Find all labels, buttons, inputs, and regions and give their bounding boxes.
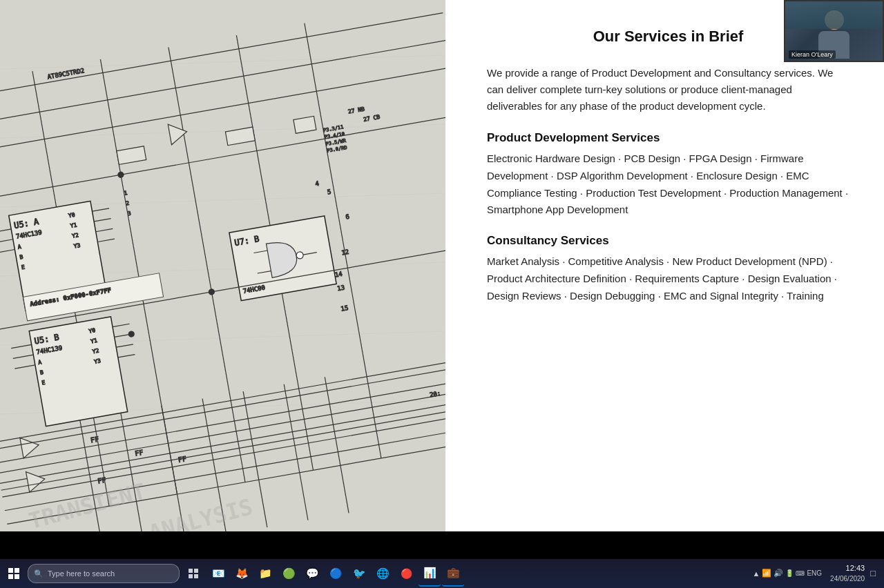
system-tray-icons: ▲ 📶 🔊 🔋 ⌨ ENG — [753, 569, 823, 578]
app3-taskbar-icon[interactable]: 🔵 — [325, 560, 347, 587]
right-panel: Our Services in Brief We provide a range… — [445, 0, 884, 531]
app4-taskbar-icon[interactable]: 🌐 — [372, 560, 394, 587]
svg-rect-124 — [194, 569, 198, 573]
taskbar: 🔍 Type here to search 📧 🦊 📁 🟢 💬 🔵 🐦 🌐 🔴 … — [0, 559, 884, 588]
whatsapp-taskbar-icon[interactable]: 💬 — [301, 560, 323, 587]
svg-point-74 — [128, 331, 135, 337]
search-icon: 🔍 — [34, 569, 44, 578]
keyboard-icon: ⌨ — [796, 570, 805, 577]
svg-text:15: 15 — [340, 304, 349, 313]
svg-text:Y0: Y0 — [68, 212, 75, 219]
intro-text: We provide a range of Product Developmen… — [487, 65, 849, 115]
svg-rect-65 — [294, 116, 316, 133]
search-placeholder: Type here to search — [48, 569, 115, 578]
task-view-button[interactable] — [182, 560, 204, 587]
consultancy-section: Consultancy Services Market Analysis · C… — [487, 234, 849, 304]
circuit-background: U5: A 74HC139 A B E Y0 Y1 Y2 — [0, 0, 445, 531]
consultancy-content: Market Analysis · Competitive Analysis ·… — [487, 253, 849, 304]
app5-taskbar-icon[interactable]: 🔴 — [395, 560, 417, 587]
svg-point-73 — [209, 288, 215, 295]
svg-rect-32 — [29, 317, 127, 427]
svg-rect-121 — [8, 574, 13, 579]
svg-text:Y3: Y3 — [94, 357, 102, 365]
webcam-overlay: Kieran O'Leary — [784, 0, 884, 62]
twitter-taskbar-icon[interactable]: 🐦 — [348, 560, 370, 587]
svg-text:Y2: Y2 — [72, 232, 79, 239]
product-dev-content: Electronic Hardware Design · PCB Design … — [487, 150, 849, 219]
svg-text:FF: FF — [97, 476, 107, 485]
svg-text:Y1: Y1 — [90, 337, 97, 345]
app2-taskbar-icon[interactable]: 🟢 — [278, 560, 300, 587]
svg-text:13: 13 — [336, 284, 345, 292]
svg-text:Y3: Y3 — [73, 242, 81, 250]
svg-rect-120 — [15, 568, 19, 573]
taskbar-system-tray: ▲ 📶 🔊 🔋 ⌨ ENG 12:43 24/06/2020 □ — [753, 563, 881, 583]
svg-rect-126 — [194, 574, 198, 578]
svg-text:12: 12 — [341, 248, 349, 257]
svg-rect-123 — [189, 569, 193, 573]
clock-time: 12:43 — [830, 563, 865, 574]
language-indicator: ENG — [807, 569, 822, 577]
taskbar-app-icons: 📧 🦊 📁 🟢 💬 🔵 🐦 🌐 🔴 📊 💼 — [207, 560, 464, 587]
notification-button[interactable]: □ — [870, 568, 876, 578]
svg-text:Y0: Y0 — [88, 327, 96, 335]
svg-rect-122 — [15, 574, 19, 579]
outlook-taskbar-icon[interactable]: 📧 — [207, 560, 229, 587]
svg-text:Y2: Y2 — [92, 348, 99, 355]
network-icon: ▲ — [753, 569, 760, 578]
presentation-area: U5: A 74HC139 A B E Y0 Y1 Y2 — [0, 0, 884, 531]
svg-text:Y1: Y1 — [70, 222, 77, 229]
teams-taskbar-icon[interactable]: 💼 — [442, 560, 464, 587]
battery-icon: 🔋 — [785, 569, 794, 577]
powerpoint-taskbar-icon[interactable]: 📊 — [419, 560, 441, 587]
consultancy-title: Consultancy Services — [487, 234, 849, 248]
volume-icon: 🔊 — [774, 569, 783, 578]
taskbar-search-bar[interactable]: 🔍 Type here to search — [28, 564, 180, 583]
start-button[interactable] — [3, 560, 25, 587]
firefox-taskbar-icon[interactable]: 🦊 — [231, 560, 253, 587]
svg-text:FF: FF — [177, 455, 187, 464]
svg-point-72 — [117, 172, 124, 178]
clock-date: 24/06/2020 — [830, 574, 865, 584]
svg-rect-125 — [189, 574, 193, 578]
circuit-diagram: U5: A 74HC139 A B E Y0 Y1 Y2 — [0, 0, 445, 531]
svg-text:FF: FF — [90, 435, 99, 444]
folder-taskbar-icon[interactable]: 📁 — [254, 560, 276, 587]
product-dev-title: Product Development Services — [487, 131, 849, 145]
left-panel: U5: A 74HC139 A B E Y0 Y1 Y2 — [0, 0, 445, 531]
svg-text:FF: FF — [134, 449, 144, 458]
wifi-icon: 📶 — [762, 569, 771, 578]
webcam-label: Kieran O'Leary — [789, 50, 836, 59]
svg-text:14: 14 — [334, 271, 343, 279]
taskbar-clock[interactable]: 12:43 24/06/2020 — [830, 563, 865, 583]
svg-rect-119 — [8, 568, 13, 573]
product-dev-section: Product Development Services Electronic … — [487, 131, 849, 219]
